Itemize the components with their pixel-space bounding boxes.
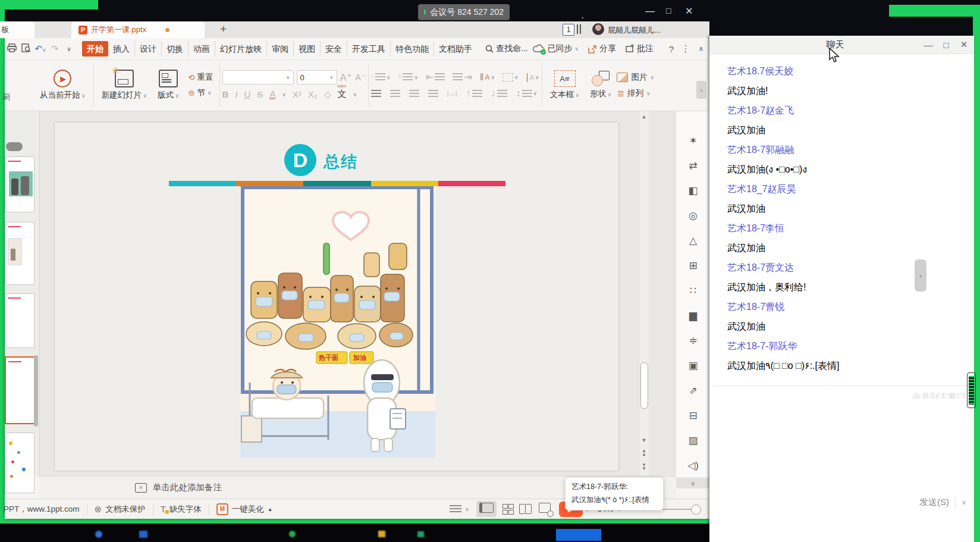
- send-button[interactable]: 发送(S): [919, 497, 949, 508]
- chat-notification-popup[interactable]: 艺术18-7-郭跃华: 武汉加油٩(* ò *)۶:.[表情: [565, 477, 664, 510]
- font-name-combo[interactable]: ∨: [222, 70, 294, 84]
- textbox-button[interactable]: A≡ 文本框 ∨: [545, 59, 585, 111]
- share-button[interactable]: 分享: [588, 43, 616, 54]
- layout-grid-icon[interactable]: ∷: [676, 278, 710, 303]
- pinyin-guide-button[interactable]: wén文: [337, 89, 346, 100]
- clear-format-icon[interactable]: ◇: [324, 89, 331, 100]
- align-center-icon[interactable]: [390, 90, 400, 98]
- ribbon-tab-devtools[interactable]: 开发工具: [347, 41, 391, 57]
- picture-button[interactable]: 图片∨: [617, 72, 654, 83]
- slideshow-timer-icon[interactable]: [539, 503, 551, 515]
- slide-illustration[interactable]: 热干面 加油: [240, 186, 435, 458]
- wps-maximize-button[interactable]: □: [666, 6, 671, 15]
- more-menu-icon[interactable]: ⋮: [679, 43, 693, 54]
- doc-tab-partial[interactable]: 板: [0, 21, 34, 38]
- sliders-icon[interactable]: ≑: [676, 328, 710, 353]
- chat-minimize-button[interactable]: —: [919, 40, 937, 50]
- slide-thumbnail-5[interactable]: [5, 433, 34, 493]
- ribbon-tab-transition[interactable]: 切换: [162, 41, 189, 57]
- start-from-current-button[interactable]: ▶ 从当前开始 ∨: [34, 59, 91, 111]
- convert-icon[interactable]: ⇄: [676, 153, 710, 178]
- find-command[interactable]: 查找命...: [485, 43, 528, 54]
- underline-button[interactable]: U: [244, 89, 251, 99]
- wps-close-button[interactable]: ✕: [685, 5, 693, 17]
- ribbon-tab-slideshow[interactable]: 幻灯片放映: [215, 41, 267, 57]
- missing-fonts-status[interactable]: T 缺失字体: [161, 504, 202, 515]
- chat-sender[interactable]: 艺术18-7李恒: [727, 218, 965, 238]
- print-preview-icon[interactable]: [19, 43, 33, 55]
- taskbar-icon-5[interactable]: [417, 531, 424, 537]
- window-count-badge[interactable]: 1: [563, 24, 574, 36]
- thumbnail-scrollbar[interactable]: [34, 355, 38, 427]
- bold-button[interactable]: B: [222, 89, 229, 99]
- scroll-up-icon[interactable]: ▲: [639, 114, 649, 120]
- superscript-button[interactable]: X²: [293, 89, 301, 99]
- line-spacing-down-icon[interactable]: ↓: [491, 88, 507, 99]
- chart-icon[interactable]: ▆: [676, 303, 710, 328]
- picture-pane-icon[interactable]: ▨: [676, 428, 710, 453]
- chat-sender[interactable]: 艺术18-7赵金飞: [727, 101, 965, 120]
- medal-icon[interactable]: ◎: [676, 203, 710, 228]
- strikethrough-button[interactable]: S: [257, 89, 263, 99]
- ribbon-tab-animation[interactable]: 动画: [189, 41, 215, 57]
- zoom-slider-knob[interactable]: [691, 505, 701, 515]
- scrollbar-thumb[interactable]: [640, 362, 648, 409]
- slide-thumbnail-4-selected[interactable]: [5, 356, 36, 424]
- table-icon[interactable]: ⊞: [676, 253, 710, 278]
- help-button[interactable]: ?: [664, 44, 679, 54]
- grid-view-button[interactable]: [502, 504, 513, 515]
- replace-image-icon[interactable]: ▣: [676, 353, 710, 378]
- user-name[interactable]: 屁颠儿屁颠儿...: [608, 25, 661, 36]
- decrease-font-icon[interactable]: A⁻: [355, 72, 366, 83]
- redo-icon[interactable]: ↷: [48, 43, 62, 54]
- avatar[interactable]: [592, 23, 604, 35]
- increase-font-icon[interactable]: A⁺: [340, 71, 352, 84]
- beautify-button[interactable]: M 一键美化 ▲: [216, 503, 273, 515]
- slide-title[interactable]: 总结: [323, 151, 358, 173]
- chat-sender[interactable]: 艺术18-7-郭跃华: [727, 336, 965, 356]
- shapes-pane-icon[interactable]: ◧: [676, 178, 710, 203]
- chat-sender[interactable]: 艺术18_7赵辰昊: [727, 179, 965, 199]
- italic-button[interactable]: I: [235, 89, 237, 99]
- ribbon-tab-insert[interactable]: 插入: [108, 41, 135, 57]
- ribbon-tab-special[interactable]: 特色功能: [391, 41, 434, 57]
- inbox-icon[interactable]: ⊟: [676, 403, 710, 428]
- numbered-list-icon[interactable]: ⠿∨: [398, 73, 418, 81]
- magic-star-icon[interactable]: ✶: [676, 128, 710, 153]
- new-tab-button[interactable]: +: [220, 23, 227, 36]
- doc-tab-active[interactable]: P 开学第一课.pptx: [71, 21, 205, 38]
- comment-button[interactable]: 批注: [626, 43, 654, 54]
- scroll-down-icon[interactable]: ▼: [639, 437, 649, 443]
- next-slide-icon[interactable]: ▼▼: [639, 463, 649, 471]
- chat-sender[interactable]: 艺术18.7侯天姣: [727, 61, 965, 81]
- font-size-combo[interactable]: 0∨: [297, 70, 337, 84]
- ribbon-tab-security[interactable]: 安全: [321, 41, 347, 57]
- wordart-icon[interactable]: △: [676, 228, 710, 253]
- export-icon[interactable]: ⇗: [676, 378, 710, 403]
- panel-handle[interactable]: [6, 142, 23, 151]
- chat-close-button[interactable]: ✕: [955, 39, 973, 50]
- increase-indent-icon[interactable]: ⇥: [453, 71, 472, 83]
- section-button[interactable]: ⊜节∨: [188, 87, 213, 98]
- slide-scrollbar[interactable]: ▲ ▼ ▲▲ ▼▼: [639, 111, 649, 477]
- taskbar-icon-1[interactable]: [95, 531, 102, 538]
- columns-icon[interactable]: |A∨: [526, 72, 539, 83]
- arrange-button[interactable]: ≣ 排列∨: [617, 88, 654, 99]
- audio-icon[interactable]: ◁): [676, 453, 710, 478]
- subscript-button[interactable]: X₂: [308, 89, 318, 99]
- undo-icon[interactable]: ↶∨: [33, 43, 48, 54]
- font-color-button[interactable]: A: [269, 90, 275, 99]
- sync-status[interactable]: ✓ 已同步∨: [533, 43, 579, 54]
- new-slide-button[interactable]: ✳ 新建幻灯片 ∨: [96, 59, 153, 111]
- distribute-icon[interactable]: |↔|: [447, 90, 457, 97]
- text-direction-icon[interactable]: ‖A∨: [480, 72, 495, 83]
- slide-thumbnail-2[interactable]: [5, 222, 34, 285]
- side-panel-expander-tab[interactable]: ›: [915, 259, 926, 292]
- placeholder-icon[interactable]: ∨: [502, 73, 519, 82]
- justify-icon[interactable]: [428, 90, 438, 98]
- ribbon-tab-assistant[interactable]: 文档助手: [434, 41, 477, 57]
- reading-view-button[interactable]: [519, 504, 525, 514]
- ribbon-tab-design[interactable]: 设计: [135, 41, 162, 57]
- line-spacing-up-icon[interactable]: ↑: [466, 88, 482, 99]
- ribbon-tab-review[interactable]: 审阅: [267, 41, 294, 57]
